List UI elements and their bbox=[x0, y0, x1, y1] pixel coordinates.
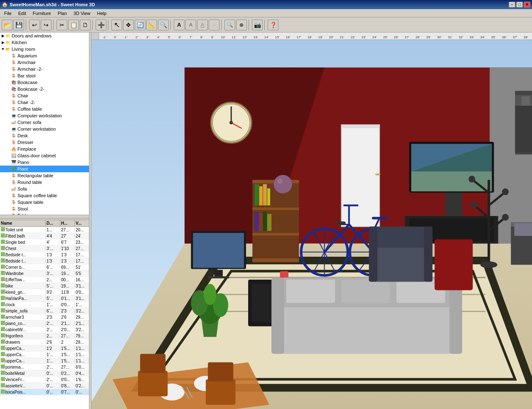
list-item-boitemetal[interactable]: boiteMetal 0'... 0'2... 0'4... ☑ bbox=[0, 370, 89, 377]
list-item-upperca2[interactable]: upperCa... 1'... 1'5... 1'1... ☑ bbox=[0, 352, 89, 358]
col-name[interactable]: Name bbox=[0, 220, 46, 226]
list-item-upperca1[interactable]: upperCa... 1'2 1'5... 1'1... ☑ bbox=[0, 345, 89, 352]
tree-item-chair2[interactable]: 🪑 Chair -2- bbox=[0, 99, 89, 106]
tree-item-doors[interactable]: ▶ 📁 Doors and windows bbox=[0, 32, 89, 39]
tree-item-plant[interactable]: 🌿 Plant bbox=[0, 166, 89, 172]
tree-item-cornersofa[interactable]: 🛋 Corner sofa bbox=[0, 119, 89, 126]
toolbar-ruler[interactable]: 📐 bbox=[146, 20, 157, 30]
list-item-fittedbath[interactable]: Fitted bath 4'4 27' 24' ☑ bbox=[0, 233, 89, 239]
tree-scrollbar[interactable] bbox=[0, 215, 89, 218]
item-d-bike: 5'... bbox=[46, 284, 60, 288]
list-item-bedside1[interactable]: Bedside t... 1'3 1'3 17... ☑ bbox=[0, 252, 89, 258]
list-item-kleed[interactable]: kleed_gri... 9'2 11'8 0'0... ☑ bbox=[0, 289, 89, 295]
list-item-eiffel[interactable]: EiffelTow... 2... 00... 16... ☑ bbox=[0, 277, 89, 283]
furniture-icon-stool: 🪑 bbox=[11, 206, 17, 212]
tree-item-bookcase[interactable]: 📚 Bookcase bbox=[0, 79, 89, 86]
item-h-cornerb: 69... bbox=[60, 265, 75, 270]
tree-item-dresser[interactable]: 🪑 Dresser bbox=[0, 139, 89, 146]
list-item-clock[interactable]: clock 1'... 0'0... 1'... ☑ bbox=[0, 302, 89, 308]
tree-item-coffeetable[interactable]: 🪑 Coffee table bbox=[0, 106, 89, 112]
toolbar-undo[interactable]: ↩ bbox=[29, 20, 40, 30]
tree-item-cornerws[interactable]: 💻 Corner workstation bbox=[0, 126, 89, 132]
col-height[interactable]: H... bbox=[60, 220, 75, 226]
tree-item-stool[interactable]: 🪑 Stool bbox=[0, 206, 89, 212]
menu-edit[interactable]: Edit bbox=[15, 10, 30, 17]
toolbar-open[interactable]: 📂 bbox=[2, 20, 12, 30]
tree-item-glasscabinet[interactable]: 🪟 Glass-door cabinet bbox=[0, 152, 89, 159]
tree-item-recttable[interactable]: 🪑 Rectangular table bbox=[0, 172, 89, 179]
tree-item-armchair2[interactable]: 🪑 Armchair -2- bbox=[0, 66, 89, 72]
tree-item-desk[interactable]: 🪑 Desk bbox=[0, 132, 89, 139]
list-item-frigo[interactable]: frigorifero 2... 27... 79... ☑ bbox=[0, 333, 89, 339]
tree-item-roundtable[interactable]: 🪑 Round table bbox=[0, 179, 89, 186]
furniture-tree[interactable]: ▶ 📁 Doors and windows ▶ 📁 Kitchen ▼ 📂 Li… bbox=[0, 32, 89, 215]
list-item-upperca3[interactable]: upperCa... 1'... 1'5... 1'1... ☑ bbox=[0, 358, 89, 364]
3d-viewport[interactable] bbox=[91, 40, 532, 409]
list-item-singlebed[interactable]: Single bed 4' 6'7 23... ☑ bbox=[0, 239, 89, 245]
tree-item-armchair[interactable]: 🪑 Armchair bbox=[0, 59, 89, 66]
list-item-wardrobe[interactable]: Wardrobe 3'... 19... 5'5 ☑ bbox=[0, 270, 89, 277]
toolbar-zoom-fit[interactable]: ⊕ bbox=[236, 20, 247, 30]
menu-3dview[interactable]: 3D View bbox=[70, 10, 94, 17]
menu-help[interactable]: Help bbox=[94, 10, 110, 17]
toolbar-redo[interactable]: ↪ bbox=[41, 20, 52, 30]
list-item-simplesofa[interactable]: simple_sofa 6'... 2'3 3'2... ☑ bbox=[0, 308, 89, 314]
menu-file[interactable]: File bbox=[1, 10, 15, 17]
toolbar-cut[interactable]: ✂ bbox=[57, 20, 67, 30]
toolbar-zoom-out[interactable]: 🔍 bbox=[224, 20, 235, 30]
toolbar-copy[interactable]: 📋 bbox=[68, 20, 79, 30]
list-item-chest[interactable]: Chest 3'... 1'10 27... ☑ bbox=[0, 245, 89, 252]
toolbar-text-a2[interactable]: A bbox=[185, 20, 196, 30]
col-value[interactable]: V... bbox=[75, 220, 89, 226]
list-item-venicefr[interactable]: VeniceFr... 2'... 0'0... 1'6... ☑ bbox=[0, 377, 89, 383]
toolbar-add-furniture[interactable]: ➕ bbox=[96, 20, 106, 30]
tree-item-fireplace[interactable]: 🔥 Fireplace bbox=[0, 146, 89, 152]
toolbar-zoom-in[interactable]: 🔍 bbox=[158, 20, 169, 30]
item-h-bocapois: 0'7... bbox=[60, 390, 75, 394]
tree-item-piano[interactable]: 🎹 Piano bbox=[0, 159, 89, 166]
minimize-button[interactable]: − bbox=[509, 2, 515, 7]
close-button[interactable]: ✕ bbox=[524, 2, 530, 7]
menu-furniture[interactable]: Furniture bbox=[30, 10, 54, 17]
toolbar-paste[interactable]: 🗋 bbox=[80, 20, 91, 30]
toolbar-text-a4[interactable]: A bbox=[209, 20, 219, 30]
tree-item-sofa[interactable]: 🛋 Sofa bbox=[0, 186, 89, 192]
maximize-button[interactable]: □ bbox=[516, 2, 523, 7]
toolbar-select[interactable]: ↖ bbox=[111, 20, 122, 30]
list-item-assiettev[interactable]: assietteV... 0'... 0'8... 0'2... ☑ bbox=[0, 383, 89, 389]
list-item-bedside2[interactable]: Bedside t... 1'3 1'3 17... ☑ bbox=[0, 258, 89, 264]
tree-item-aquarium[interactable]: 🪑 Aquarium bbox=[0, 52, 89, 59]
list-item-drawers[interactable]: drawers 2'6 2 29... ☑ bbox=[0, 339, 89, 345]
list-item-haivan[interactable]: HaiVanPa... 5'... 0'1... 3'1... ☑ bbox=[0, 295, 89, 302]
tree-item-barstool[interactable]: 🪑 Bar stool bbox=[0, 72, 89, 79]
toolbar-save[interactable]: 💾 bbox=[13, 20, 24, 30]
toolbar-text-a3[interactable]: A bbox=[197, 20, 208, 30]
tree-item-sqcoffeetable[interactable]: 🪑 Square coffee table bbox=[0, 192, 89, 199]
toolbar-text-a1[interactable]: A bbox=[174, 20, 185, 30]
tree-item-kitchen[interactable]: ▶ 📁 Kitchen bbox=[0, 39, 89, 46]
svg-point-114 bbox=[277, 178, 282, 183]
tree-item-bookcase2[interactable]: 📚 Bookcase -2- bbox=[0, 86, 89, 92]
list-item-portema[interactable]: portema... 2'... 27... 6'0... ☑ bbox=[0, 364, 89, 370]
tree-item-chair[interactable]: 🪑 Chair bbox=[0, 92, 89, 99]
tree-item-sqtable[interactable]: 🪑 Square table bbox=[0, 199, 89, 206]
list-item-pianoco[interactable]: piano_co... 2'... 2'1... 2'1... ☑ bbox=[0, 320, 89, 327]
list-item-cornerb[interactable]: Corner b... 6'... 69... 51' ☑ bbox=[0, 264, 89, 270]
list-item-bike[interactable]: bike 5'... 19... 3'1... ☑ bbox=[0, 283, 89, 289]
menu-plan[interactable]: Plan bbox=[54, 10, 70, 17]
list-item-cabinetw[interactable]: cabinetW... 2'... 2'0... 3'2... ☑ bbox=[0, 327, 89, 333]
list-item-armchair3[interactable]: armchair3 2'3 2'6 29... ☑ bbox=[0, 314, 89, 320]
tree-item-computerws[interactable]: 💻 Computer workstation bbox=[0, 112, 89, 119]
tree-item-living[interactable]: ▼ 📂 Living room bbox=[0, 46, 89, 52]
toolbar-screenshot[interactable]: 📷 bbox=[252, 20, 263, 30]
list-item-bocapois[interactable]: bocaPois... 0'... 0'7... 0'... ☑ bbox=[0, 389, 89, 395]
col-depth[interactable]: D... bbox=[46, 220, 60, 226]
furniture-list[interactable]: Toilet unit 1... 27... 20... ☑ Fitted ba… bbox=[0, 227, 89, 409]
list-item-toilet[interactable]: Toilet unit 1... 27... 20... ☑ bbox=[0, 227, 89, 233]
toolbar-pan[interactable]: ✥ bbox=[123, 20, 134, 30]
tree-label-cornersofa: Corner sofa bbox=[17, 120, 41, 125]
item-h-kleed: 11'8 bbox=[60, 290, 75, 295]
toolbar-help[interactable]: ❓ bbox=[268, 20, 278, 30]
svg-point-113 bbox=[273, 175, 292, 193]
toolbar-rotate[interactable]: 🔄 bbox=[135, 20, 145, 30]
